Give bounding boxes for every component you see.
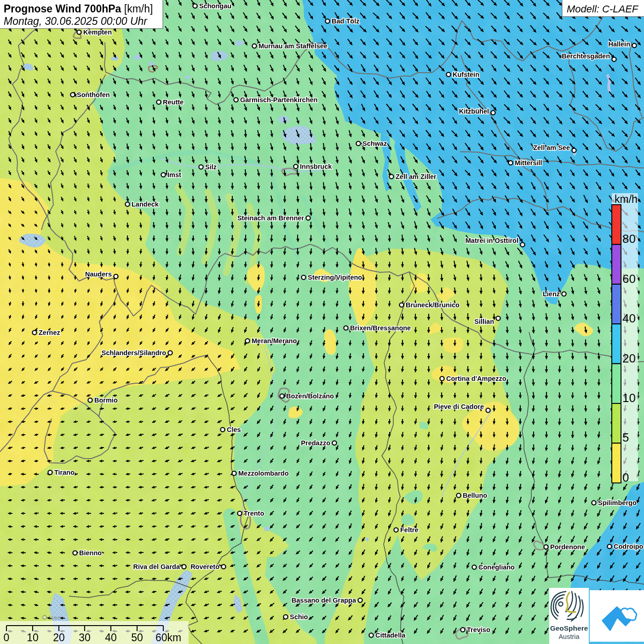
svg-text:Brixen/Bressanone: Brixen/Bressanone <box>350 324 411 332</box>
svg-text:Mittersill: Mittersill <box>515 159 542 167</box>
svg-text:Conegliano: Conegliano <box>478 564 515 571</box>
svg-text:km/h: km/h <box>615 193 638 205</box>
svg-text:5: 5 <box>622 431 629 444</box>
svg-text:Cles: Cles <box>227 426 241 433</box>
svg-text:60: 60 <box>622 272 636 286</box>
svg-text:Pieve di Cadore: Pieve di Cadore <box>434 403 484 410</box>
svg-text:Reutte: Reutte <box>163 98 184 106</box>
svg-text:Meran/Merano: Meran/Merano <box>252 337 297 345</box>
svg-text:Garmisch-Partenkirchen: Garmisch-Partenkirchen <box>240 96 317 104</box>
svg-text:Matrei in Osttirol: Matrei in Osttirol <box>466 237 518 244</box>
svg-text:Kitzbühel: Kitzbühel <box>459 108 489 115</box>
svg-text:Mezzolombardo: Mezzolombardo <box>238 470 289 477</box>
svg-text:Sonthofen: Sonthofen <box>77 91 110 98</box>
svg-text:Tirano: Tirano <box>54 469 75 476</box>
svg-text:GeoSphere: GeoSphere <box>550 624 588 632</box>
svg-text:Nauders: Nauders <box>85 270 112 278</box>
svg-text:Schwaz: Schwaz <box>362 140 387 147</box>
svg-text:20: 20 <box>53 632 65 644</box>
svg-text:Zernez: Zernez <box>39 329 60 336</box>
svg-text:10: 10 <box>622 391 636 405</box>
svg-text:Kempten: Kempten <box>83 29 112 36</box>
svg-text:Schlanders/Silandro: Schlanders/Silandro <box>102 349 166 356</box>
svg-text:Pordenone: Pordenone <box>550 543 585 551</box>
svg-text:Steinach am Brenner: Steinach am Brenner <box>237 214 304 222</box>
svg-text:Austria: Austria <box>558 633 580 640</box>
svg-text:60km: 60km <box>155 632 181 644</box>
svg-text:Kufstein: Kufstein <box>453 71 479 78</box>
svg-text:Iseo: Iseo <box>49 614 61 621</box>
svg-text:Berchtesgaden: Berchtesgaden <box>562 52 610 60</box>
svg-text:Zell am Ziller: Zell am Ziller <box>396 173 437 180</box>
svg-text:Bormio: Bormio <box>94 397 118 404</box>
svg-text:Feltre: Feltre <box>400 526 419 534</box>
svg-text:Sillian: Sillian <box>474 318 494 325</box>
svg-text:Modell: C-LAEF: Modell: C-LAEF <box>567 3 639 15</box>
svg-text:10: 10 <box>27 632 39 644</box>
svg-text:Hallein: Hallein <box>608 40 630 48</box>
svg-text:Bad Tölz: Bad Tölz <box>332 17 359 25</box>
svg-text:20: 20 <box>622 351 636 365</box>
svg-text:Bruneck/Brunico: Bruneck/Brunico <box>406 301 460 309</box>
svg-text:Innsbruck: Innsbruck <box>300 163 332 170</box>
svg-text:Codroipo: Codroipo <box>614 543 644 550</box>
svg-text:Murnau am Staffelsee: Murnau am Staffelsee <box>259 42 328 50</box>
svg-text:Rovereto: Rovereto <box>190 563 219 570</box>
svg-text:Imst: Imst <box>167 171 181 178</box>
svg-text:40: 40 <box>622 311 636 325</box>
svg-text:Schio: Schio <box>290 613 308 621</box>
svg-text:Bozen/Bolzano: Bozen/Bolzano <box>286 392 334 400</box>
svg-text:Belluno: Belluno <box>463 492 487 499</box>
svg-text:0: 0 <box>4 632 10 644</box>
svg-text:Zell am See: Zell am See <box>533 144 570 151</box>
svg-text:Treviso: Treviso <box>467 626 490 633</box>
svg-text:Bassano del Grappa: Bassano del Grappa <box>292 597 356 604</box>
svg-text:Silz: Silz <box>205 163 217 171</box>
svg-text:40: 40 <box>105 632 117 644</box>
svg-text:Prognose Wind 700hPa [km/h]: Prognose Wind 700hPa [km/h] <box>4 3 153 15</box>
svg-text:Bienno: Bienno <box>79 549 102 557</box>
svg-text:Trento: Trento <box>244 510 264 517</box>
svg-text:Cittadella: Cittadella <box>375 632 406 639</box>
svg-text:Schongau: Schongau <box>199 2 231 10</box>
svg-text:80: 80 <box>622 232 636 246</box>
svg-text:30: 30 <box>79 632 91 644</box>
svg-text:50: 50 <box>131 632 143 644</box>
svg-text:Predazzo: Predazzo <box>301 439 330 447</box>
svg-text:Sterzing/Vipiteno: Sterzing/Vipiteno <box>308 274 362 281</box>
svg-text:0: 0 <box>622 471 629 484</box>
svg-text:Cortina d'Ampezzo: Cortina d'Ampezzo <box>446 375 506 382</box>
svg-text:Riva del Garda: Riva del Garda <box>133 563 180 570</box>
svg-text:Spilimbergo: Spilimbergo <box>598 499 637 506</box>
svg-text:Montag, 30.06.2025 00:00 Uhr: Montag, 30.06.2025 00:00 Uhr <box>4 15 148 27</box>
svg-text:Landeck: Landeck <box>132 201 159 208</box>
svg-text:Lienz: Lienz <box>543 290 560 298</box>
